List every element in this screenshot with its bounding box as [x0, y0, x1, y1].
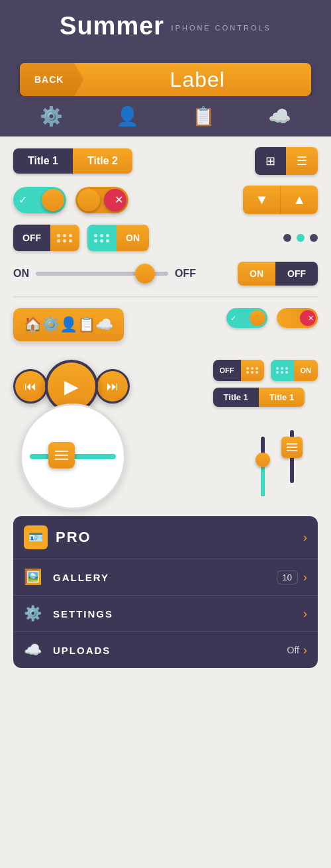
magnifier-inner: [22, 406, 124, 508]
slider-track[interactable]: [36, 272, 168, 276]
dots-grid-teal: [87, 225, 117, 251]
gallery-badge: 10: [277, 570, 298, 584]
slider-knob[interactable]: [135, 264, 155, 284]
app-subtitle: IPHONE CONTROLS: [171, 24, 271, 32]
check-icon: ✓: [19, 193, 27, 206]
tab-bar: ⚙️ 👤 📋 ☁️: [0, 96, 331, 136]
slider-toggle-row: ON OFF ON OFF: [13, 262, 318, 286]
slider-h-knob[interactable]: [48, 442, 75, 468]
on-label: ON: [117, 225, 149, 251]
v-slider-fill: [261, 463, 265, 496]
toggle-group: ✓ ✕: [13, 187, 128, 213]
menu-pro-row[interactable]: 🪪 PRO ›: [13, 516, 318, 559]
segment-title2[interactable]: Title 2: [73, 148, 132, 174]
uploads-arrow: ›: [303, 643, 307, 657]
menu-settings-row[interactable]: ⚙️ SETTINGS ›: [13, 596, 318, 632]
nav-label: Label: [83, 68, 311, 92]
small-dots-teal: [271, 360, 294, 381]
player-right-controls: OFF ON: [213, 360, 318, 407]
home-icon-2[interactable]: 🏠: [24, 316, 42, 333]
small-dots-orange: [241, 360, 264, 381]
on-off-pair: ON OFF: [238, 262, 318, 286]
pair-off-button[interactable]: OFF: [275, 262, 318, 286]
toggle-knob-left: [77, 189, 100, 211]
cloud-icon-2[interactable]: ☁️: [95, 316, 113, 333]
v2-slider-knob[interactable]: [281, 437, 303, 458]
segment-row: Title 1 Title 2 ⊞ ☰: [13, 147, 318, 175]
toggle-off-switch[interactable]: ✕: [75, 187, 128, 213]
gear-icon[interactable]: ⚙️: [42, 316, 60, 333]
uploads-text: UPLOADS: [53, 645, 287, 656]
dot-2-active: [297, 234, 305, 242]
gallery-text: GALLERY: [53, 572, 277, 583]
pro-text: PRO: [56, 529, 303, 546]
uploads-icon: ☁️: [24, 641, 44, 659]
dots-grid-orange: [50, 225, 79, 251]
forward-button[interactable]: ⏭: [95, 369, 130, 404]
orange-tab-bar: 🏠 ⚙️ 👤 📋 ☁️: [13, 308, 124, 341]
vertical-slider-2: [290, 430, 294, 483]
small-toggle-on[interactable]: ✓: [226, 308, 267, 328]
person-icon-2[interactable]: 👤: [60, 316, 77, 333]
pro-icon: 🪪: [24, 525, 48, 549]
divider: [13, 296, 318, 298]
list-view-button[interactable]: ☰: [286, 147, 318, 175]
small-x-icon: ✕: [308, 314, 314, 323]
menu-gallery-row[interactable]: 🖼️ GALLERY 10 ›: [13, 559, 318, 596]
grid-list-control: ⊞ ☰: [255, 147, 318, 175]
pro-arrow: ›: [303, 531, 307, 545]
v-slider-knob[interactable]: [256, 453, 270, 467]
magnifier-circle: [20, 404, 126, 510]
gallery-icon: 🖼️: [24, 569, 44, 586]
small-toggles: ✓ ✕: [226, 308, 318, 328]
toggle-knob: [42, 189, 64, 211]
grid-view-button[interactable]: ⊞: [255, 147, 286, 175]
uploads-value: Off: [287, 645, 299, 655]
off-text-label: OFF: [175, 268, 196, 280]
settings-text: SETTINGS: [53, 608, 303, 620]
small-off-toggle[interactable]: OFF: [213, 360, 264, 381]
small-off-label: OFF: [213, 360, 241, 381]
on-text-label: ON: [13, 268, 29, 280]
progress-dots: [283, 234, 318, 242]
home-icon[interactable]: ⚙️: [40, 105, 63, 127]
small-on-toggle[interactable]: ON: [271, 360, 318, 381]
toggle-row: ✓ ✕ ▼ ▲: [13, 186, 318, 214]
off-label: OFF: [13, 225, 50, 251]
toggle-on-switch[interactable]: ✓: [13, 187, 66, 213]
menu-uploads-row[interactable]: ☁️ UPLOADS Off ›: [13, 632, 318, 668]
small-knob-on: [250, 310, 265, 326]
stepper-up-button[interactable]: ▲: [281, 186, 318, 214]
document-icon[interactable]: 📋: [192, 105, 215, 127]
small-toggle-off[interactable]: ✕: [277, 308, 318, 328]
vertical-slider-1: [261, 437, 265, 496]
segment-title1[interactable]: Title 1: [13, 148, 73, 174]
toggle-on-btn[interactable]: ON: [87, 225, 149, 251]
segment-control: Title 1 Title 2: [13, 148, 132, 174]
seg-small-title2[interactable]: Title 1: [259, 388, 305, 407]
header-section: Summer IPHONE CONTROLS BACK Label ⚙️ 👤 📋…: [0, 0, 331, 136]
navigation-bar: BACK Label: [20, 63, 311, 96]
orange-bar-row: 🏠 ⚙️ 👤 📋 ☁️ ✓ ✕: [13, 308, 318, 352]
stepper-group: ▼ ▲: [243, 186, 318, 214]
small-on-label: ON: [294, 360, 318, 381]
cloud-icon[interactable]: ☁️: [268, 105, 291, 127]
dot-3: [310, 234, 318, 242]
menu-section: 🪪 PRO › 🖼️ GALLERY 10 › ⚙️ SETTINGS › ☁️…: [13, 516, 318, 668]
toggle-off-btn[interactable]: OFF: [13, 225, 79, 251]
slider-section: [13, 423, 318, 510]
x-icon: ✕: [115, 193, 123, 206]
pair-on-button[interactable]: ON: [238, 262, 275, 286]
settings-arrow: ›: [303, 607, 307, 621]
rewind-button[interactable]: ⏮: [13, 369, 48, 404]
doc-icon[interactable]: 📋: [77, 316, 95, 333]
offon-row: OFF ON: [13, 225, 318, 251]
stepper-down-button[interactable]: ▼: [243, 186, 281, 214]
v2-slider-track[interactable]: [290, 430, 294, 483]
back-button[interactable]: BACK: [20, 63, 83, 96]
v-slider-track[interactable]: [261, 437, 265, 496]
app-title: Summer: [60, 12, 164, 40]
seg-small-title1[interactable]: Title 1: [213, 388, 259, 407]
person-icon[interactable]: 👤: [116, 105, 139, 127]
small-check-icon: ✓: [230, 314, 236, 323]
